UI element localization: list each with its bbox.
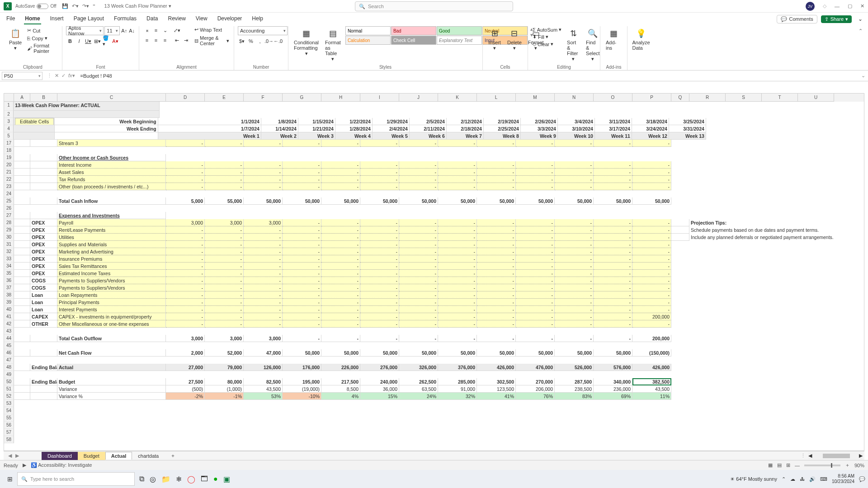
tray-sound-icon[interactable]: 🔊 — [809, 476, 816, 482]
col-header-O[interactable]: O — [594, 94, 632, 102]
sort-filter-button[interactable]: ⇅Sort & Filter▾ — [565, 26, 581, 63]
menu-tab-developer[interactable]: Developer — [217, 14, 243, 24]
sheet-tab-actual[interactable]: Actual — [105, 452, 132, 460]
menu-tab-view[interactable]: View — [195, 14, 208, 24]
taskbar-search[interactable]: 🔍 Type here to search — [17, 472, 135, 486]
col-header-B[interactable]: B — [30, 94, 57, 102]
conditional-formatting-button[interactable]: ▦Conditional Formatting▾ — [292, 26, 321, 57]
format-painter-button[interactable]: 🖌 Format Painter — [26, 42, 58, 54]
col-header-C[interactable]: C — [57, 94, 166, 102]
menu-tab-formulas[interactable]: Formulas — [113, 14, 137, 24]
orientation-icon[interactable]: ⤢▾ — [173, 26, 181, 34]
fill-color-button[interactable]: 🪣▾ — [102, 37, 110, 45]
tray-network-icon[interactable]: 🖧 — [800, 476, 805, 482]
fx-icon[interactable]: fx▾ — [68, 73, 75, 79]
cancel-icon[interactable]: ✕ — [55, 73, 59, 79]
share-button[interactable]: ⇪ Share ▾ — [821, 15, 852, 23]
weather-widget[interactable]: ☀ 64°F Mostly sunny — [730, 476, 777, 482]
enter-icon[interactable]: ✓ — [61, 73, 66, 79]
copilot-icon[interactable]: ◎ — [150, 475, 156, 483]
qat-more-icon[interactable]: ⁼ — [93, 3, 95, 9]
undo-icon[interactable]: ↶▾ — [72, 3, 79, 9]
align-center-icon[interactable]: ≡ — [152, 36, 160, 44]
col-header-E[interactable]: E — [205, 94, 244, 102]
tray-notification-icon[interactable]: 💬 — [859, 476, 865, 482]
format-as-table-button[interactable]: ▤Format as Table▾ — [323, 26, 343, 63]
style-check-cell[interactable]: Check Cell — [391, 36, 436, 45]
style-normal[interactable]: Normal — [345, 26, 391, 35]
save-icon[interactable]: 💾 — [62, 3, 68, 9]
autosum-button[interactable]: Σ AutoSum ▾ — [532, 26, 562, 33]
borders-button[interactable]: ⊞▾ — [93, 37, 101, 45]
ribbon-options-icon[interactable]: ⌄ — [858, 16, 863, 22]
tray-clock[interactable]: 8:56 AM10/23/2024 — [832, 474, 854, 484]
hscroll-thumb[interactable] — [823, 454, 850, 458]
zoom-in-icon[interactable]: ＋ — [845, 462, 850, 469]
col-header-S[interactable]: S — [726, 94, 762, 102]
addins-button[interactable]: ▦Add-ins — [604, 26, 623, 52]
hscroll-right-icon[interactable]: ▶ — [859, 453, 863, 459]
col-header-J[interactable]: J — [399, 94, 438, 102]
col-header-G[interactable]: G — [283, 94, 321, 102]
col-header-H[interactable]: H — [321, 94, 360, 102]
tray-lang-icon[interactable]: ⌨ — [820, 476, 827, 482]
app2-icon[interactable]: 🗔 — [201, 475, 208, 483]
sheet-tab-budget[interactable]: Budget — [78, 452, 105, 460]
col-header-M[interactable]: M — [516, 94, 555, 102]
tray-chevron-icon[interactable]: ⌃ — [782, 476, 786, 482]
dec-decimal-icon[interactable]: ←.0 — [274, 37, 282, 45]
spreadsheet-grid[interactable]: ABCDEFGHIJKLMNOPQRSTU 113-Week Cash Flow… — [4, 93, 864, 451]
user-avatar[interactable]: JV — [806, 2, 815, 11]
cut-button[interactable]: ✂ Cut — [26, 27, 58, 34]
accessibility-status[interactable]: ♿ Accessibility: Investigate — [31, 462, 92, 468]
align-top-icon[interactable]: ⌅ — [143, 26, 151, 34]
italic-button[interactable]: I — [75, 37, 83, 45]
task-view-icon[interactable]: ⧉ — [139, 475, 144, 483]
align-right-icon[interactable]: ≡ — [161, 36, 169, 44]
autosave-toggle[interactable]: AutoSave Off — [15, 4, 57, 9]
find-select-button[interactable]: 🔍Find & Select▾ — [584, 26, 602, 63]
sheet-tab-dashboard[interactable]: Dashboard — [42, 452, 78, 460]
explorer-icon[interactable]: 📁 — [161, 475, 170, 483]
font-name-combo[interactable]: Aptos Narrow — [66, 26, 104, 35]
coming-soon-icon[interactable]: ◇ — [823, 3, 826, 9]
col-header-N[interactable]: N — [555, 94, 594, 102]
number-format-combo[interactable]: Accounting — [238, 26, 288, 35]
col-header-Q[interactable]: Q — [671, 94, 689, 102]
col-header-D[interactable]: D — [166, 94, 205, 102]
zoom-out-icon[interactable]: — — [795, 463, 800, 468]
app-icon[interactable]: ❄ — [176, 475, 182, 483]
wrap-text-button[interactable]: ↩ Wrap Text — [193, 26, 230, 33]
redo-icon[interactable]: ↷▾ — [82, 3, 89, 9]
tab-options-icon[interactable]: ⋮ — [801, 453, 806, 459]
zoom-slider[interactable] — [804, 465, 840, 466]
menu-tab-page-layout[interactable]: Page Layout — [73, 14, 105, 24]
increase-font-icon[interactable]: A↑ — [121, 27, 127, 35]
align-bottom-icon[interactable]: ⌄ — [161, 26, 169, 34]
col-header-U[interactable]: U — [798, 94, 834, 102]
align-middle-icon[interactable]: ≡ — [152, 26, 160, 34]
close-icon[interactable]: ✕ — [860, 3, 864, 9]
indent-inc-icon[interactable]: ⇥ — [182, 36, 190, 44]
style-calculation[interactable]: Calculation — [345, 36, 391, 45]
maximize-icon[interactable]: ▢ — [848, 3, 852, 9]
align-left-icon[interactable]: ≡ — [143, 36, 151, 44]
col-header-L[interactable]: L — [477, 94, 516, 102]
menu-tab-help[interactable]: Help — [251, 14, 264, 24]
formula-input[interactable]: =Budget ! P48 — [78, 73, 859, 79]
tray-cloud-icon[interactable]: ☁ — [790, 476, 795, 482]
inc-decimal-icon[interactable]: .0→ — [265, 37, 273, 45]
col-header-K[interactable]: K — [438, 94, 477, 102]
underline-button[interactable]: U▾ — [84, 37, 92, 45]
fill-button[interactable]: ⬇ Fill ▾ — [532, 33, 562, 40]
style-explanatory-text[interactable]: Explanatory Text — [437, 36, 482, 45]
merge-center-button[interactable]: ⊟ Merge & Center ▾ — [193, 35, 230, 47]
browser-icon[interactable]: ◯ — [187, 475, 195, 483]
zoom-level[interactable]: 90% — [854, 463, 864, 468]
macro-icon[interactable]: ▶ — [23, 462, 26, 468]
col-header-I[interactable]: I — [360, 94, 399, 102]
insert-cells-button[interactable]: ⊞Insert▾ — [486, 26, 503, 52]
view-normal-icon[interactable]: ▦ — [768, 462, 773, 468]
col-header-A[interactable]: A — [14, 94, 30, 102]
comma-icon[interactable]: , — [256, 37, 264, 45]
